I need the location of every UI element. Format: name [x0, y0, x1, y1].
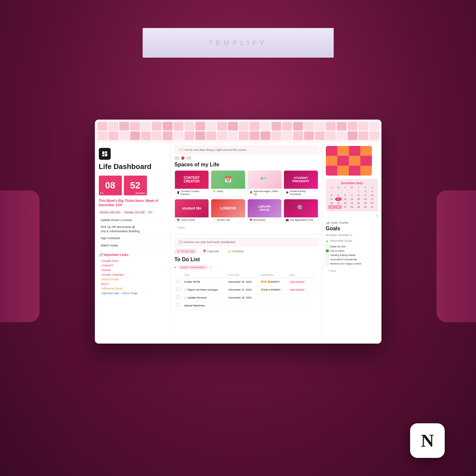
cal-day[interactable]: 31 — [369, 205, 376, 209]
goal-checkbox[interactable] — [326, 258, 329, 261]
cal-day[interactable]: 17 — [369, 197, 376, 201]
cal-day[interactable]: 6 — [342, 193, 349, 197]
checker-cell — [119, 122, 129, 130]
checker-cell — [195, 122, 205, 130]
tab-calendar[interactable]: 📅 Calendar — [200, 249, 222, 254]
cal-day[interactable]: 20 — [342, 201, 349, 205]
link-todoist[interactable]: Todoist — [99, 268, 166, 272]
task-type — [287, 301, 312, 309]
cal-day[interactable]: 3 — [369, 189, 376, 193]
week-day-tue: Tuesday - Dec 13th — [123, 210, 146, 214]
checker-cell — [261, 122, 270, 130]
cal-day[interactable]: 28 — [349, 205, 355, 209]
task-checkbox[interactable] — [177, 288, 180, 291]
svg-rect-1 — [337, 146, 349, 156]
cal-day-highlighted[interactable]: 26 — [335, 205, 342, 209]
center-content: ⚡ | You're next best thing is right arou… — [171, 143, 322, 344]
links-title: 🔗 Important Links: — [99, 253, 166, 257]
goals-add-new[interactable]: + New — [326, 267, 378, 274]
tab-todo-list[interactable]: ☑ To Do List — [175, 249, 197, 254]
help-icon[interactable]: ? — [326, 215, 378, 218]
spaces-add-new[interactable]: + New — [175, 224, 318, 231]
cal-day[interactable]: 1 — [355, 189, 362, 193]
col-add[interactable]: + — [312, 272, 318, 278]
cal-day-today[interactable]: 12 — [335, 197, 342, 201]
checker-cell — [141, 131, 151, 140]
cal-day[interactable]: 27 — [342, 205, 349, 209]
cal-day[interactable]: 22 — [355, 201, 362, 205]
clock-hours: 08 AM — [99, 176, 122, 195]
grid-view-icon[interactable] — [175, 156, 179, 160]
book-decoration: TEMPLIFY — [143, 28, 334, 58]
cal-day[interactable]: 2 — [362, 189, 369, 193]
svg-rect-3 — [360, 146, 372, 156]
goal-checkbox[interactable] — [326, 254, 329, 257]
cal-day[interactable]: 30 — [362, 205, 369, 209]
link-school-email[interactable]: School Email — [99, 277, 166, 282]
task-checkbox[interactable] — [177, 295, 180, 299]
cal-day[interactable]: 4 — [328, 193, 335, 197]
space-card-diary[interactable]: 📅 ✏️ Diary — [211, 170, 245, 197]
cal-day[interactable]: 7 — [349, 193, 355, 197]
checker-cell — [326, 131, 336, 140]
goal-checkbox[interactable] — [326, 249, 329, 252]
space-label: 🎓 Student Body President — [284, 189, 318, 197]
svg-rect-5 — [337, 156, 349, 166]
space-card-agenda-angel[interactable]: 🕊️ 👼 Agenda Angel | Start-Up — [247, 170, 282, 197]
tab-prioritize[interactable]: ⭐ Prioritize — [225, 249, 246, 254]
window-header — [95, 120, 381, 143]
link-influencer-email[interactable]: Influencer Email — [99, 286, 166, 291]
goal-checkbox[interactable] — [326, 262, 329, 265]
cal-day-highlighted[interactable]: 25 — [328, 205, 335, 209]
svg-rect-9 — [337, 166, 349, 176]
cal-day[interactable]: 29 — [355, 205, 362, 209]
cal-day[interactable]: 18 — [328, 201, 335, 205]
space-label: 📚 Class Home — [175, 217, 209, 222]
space-card-job-hub[interactable]: 🔍 💼 Job Application Hub — [284, 199, 318, 223]
checker-cell — [108, 131, 118, 140]
cal-day[interactable]: 5 — [335, 193, 342, 197]
cal-day[interactable]: 8 — [355, 193, 362, 197]
cal-day[interactable] — [349, 189, 355, 193]
cal-day[interactable]: 13 — [342, 197, 349, 201]
cal-day[interactable]: 14 — [349, 197, 355, 201]
cal-day[interactable] — [335, 189, 342, 193]
space-card-dream-life[interactable]: LONDON ✨ Dream Life — [211, 199, 245, 223]
task-type — [287, 294, 312, 301]
task-checkbox[interactable] — [177, 280, 180, 283]
goal-checkbox[interactable] — [326, 245, 329, 248]
cal-day[interactable] — [342, 189, 349, 193]
checker-cell — [184, 122, 194, 130]
cal-day[interactable]: 24 — [369, 201, 376, 205]
checker-cell — [217, 131, 227, 140]
cal-day[interactable]: 10 — [369, 193, 376, 197]
filter-bar: ● Done?: Unchecked × + — [175, 265, 318, 269]
goals-tracker-header: 📊 Goals Tracker — [326, 221, 378, 224]
space-card-content-creator[interactable]: CONTENTCREATOR 📱 Content Creator Planner — [175, 170, 209, 197]
cal-day[interactable]: 16 — [362, 197, 369, 201]
link-google-calendar[interactable]: Google Calendar — [99, 272, 166, 277]
link-bolt[interactable]: BOLT — [99, 282, 166, 286]
heart-icon[interactable] — [181, 156, 184, 160]
cal-day[interactable]: 11 — [328, 197, 335, 201]
link-agenda-admin[interactable]: AgendaAngel - Admin Page — [99, 291, 166, 295]
space-card-bookshelf[interactable]: LIBRARYSPACE 📚 Bookshelf — [247, 199, 282, 223]
space-card-class-home[interactable]: student life 📚 Class Home — [175, 199, 209, 223]
checker-cell — [348, 131, 357, 140]
space-card-student-body[interactable]: STUDENTPRESIDENT 🎓 Student Body Presiden… — [284, 170, 318, 197]
link-google-drive[interactable]: Google Drive — [99, 259, 166, 263]
cal-day[interactable]: 15 — [355, 197, 362, 201]
col-importance: Importance — [259, 272, 287, 278]
cal-day[interactable]: 19 — [335, 201, 342, 205]
filter-chip[interactable]: Done?: Unchecked × — [178, 265, 208, 269]
cal-day[interactable]: 21 — [349, 201, 355, 205]
goals-filter[interactable]: Aa Name: december ∨ — [326, 234, 378, 237]
cal-day[interactable]: 9 — [362, 193, 369, 197]
cal-day[interactable] — [328, 189, 335, 193]
task-checkbox[interactable] — [177, 303, 180, 307]
link-chatgpt[interactable]: ChatGPT — [99, 263, 166, 268]
list-view-icon[interactable] — [186, 156, 191, 160]
checker-cell — [326, 122, 336, 130]
week-title: This Week's Big Ticket Items: Week of De… — [99, 199, 166, 207]
cal-day[interactable]: 23 — [362, 201, 369, 205]
